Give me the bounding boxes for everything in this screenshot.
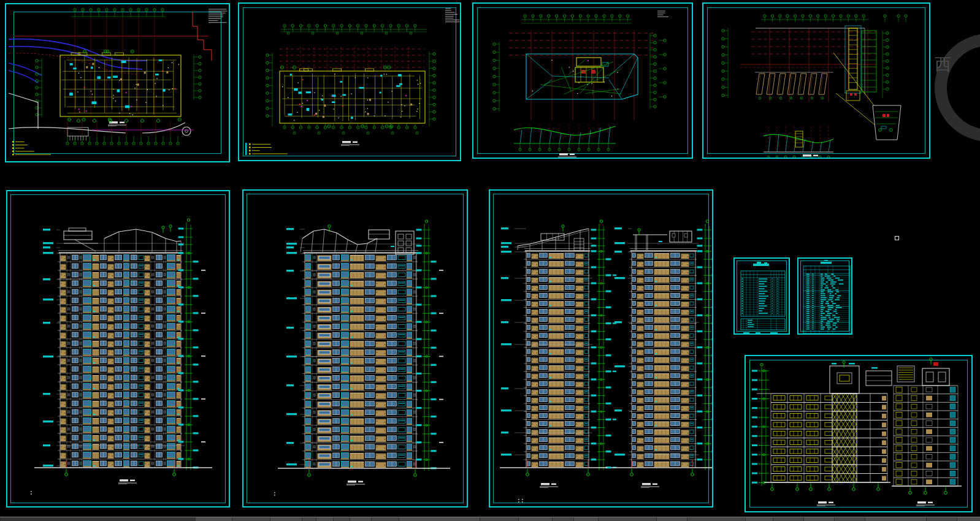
taskbar-item[interactable] (371, 517, 399, 521)
sheet-schedule-table-1-drawing (735, 259, 789, 333)
cad-canvas[interactable]: 西 (0, 0, 980, 521)
taskbar-item[interactable] (834, 517, 865, 521)
watermark-ring-icon (941, 40, 980, 135)
taskbar-item[interactable] (552, 517, 573, 521)
taskbar-item[interactable] (480, 517, 518, 521)
sheet-floor-plan-drawing (239, 4, 460, 160)
watermark-logo: 西 (925, 18, 980, 165)
sheet-roof-plan-1-drawing (473, 4, 692, 158)
taskbar-item[interactable] (0, 517, 195, 521)
sheet-elevation-2[interactable] (242, 189, 468, 508)
taskbar-item[interactable] (773, 517, 803, 521)
sheet-schedule-table-2-drawing (798, 259, 851, 333)
sheet-schedule-table-1[interactable] (733, 257, 790, 335)
sheet-section-sheet[interactable] (745, 355, 973, 512)
taskbar-item[interactable] (803, 517, 834, 521)
taskbar-item[interactable] (926, 517, 957, 521)
taskbar-item[interactable] (865, 517, 926, 521)
taskbar-item[interactable] (399, 517, 480, 521)
watermark-text: 西 (935, 55, 951, 74)
taskbar-item[interactable] (270, 517, 302, 521)
taskbar-item[interactable] (745, 517, 773, 521)
taskbar-item[interactable] (573, 517, 598, 521)
sheet-elevation-1[interactable] (6, 190, 230, 508)
sheet-elevation-3-4-drawing (490, 191, 712, 506)
stray-rectangle (895, 236, 899, 240)
taskbar-item[interactable] (350, 517, 371, 521)
sheet-site-plan[interactable] (5, 3, 230, 162)
taskbar-item[interactable] (687, 517, 745, 521)
taskbar-item[interactable] (316, 517, 333, 521)
sheet-elevation-1-drawing (7, 191, 229, 506)
sheet-section-sheet-drawing (746, 356, 971, 511)
sheet-elevation-3-4[interactable] (489, 189, 713, 508)
taskbar-item[interactable] (598, 517, 656, 521)
taskbar-item[interactable] (195, 517, 232, 521)
taskbar-item[interactable] (656, 517, 687, 521)
sheet-floor-plan[interactable] (238, 2, 461, 161)
sheet-roof-plan-2[interactable] (702, 2, 930, 159)
taskbar-item[interactable] (232, 517, 270, 521)
taskbar (0, 517, 980, 521)
sheet-elevation-2-drawing (243, 191, 467, 506)
sheet-roof-plan-1[interactable] (472, 2, 693, 159)
sheet-site-plan-drawing (6, 4, 229, 161)
sheet-roof-plan-2-drawing (703, 4, 929, 158)
taskbar-item[interactable] (957, 517, 980, 521)
sheet-schedule-table-2[interactable] (797, 257, 852, 335)
taskbar-item[interactable] (518, 517, 552, 521)
taskbar-item[interactable] (333, 517, 350, 521)
taskbar-item[interactable] (302, 517, 316, 521)
